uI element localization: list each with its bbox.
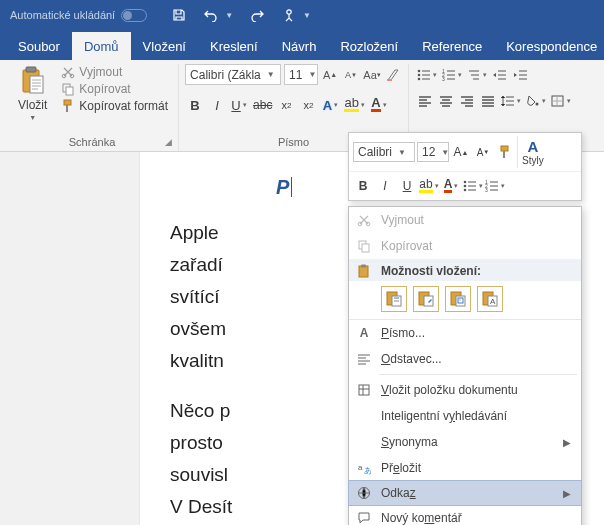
align-right-button[interactable] xyxy=(457,90,477,112)
tab-mailings[interactable]: Korespondence xyxy=(494,32,604,60)
svg-point-9 xyxy=(418,70,421,73)
touch-dropdown-icon[interactable]: ▼ xyxy=(303,11,311,20)
ctx-paragraph[interactable]: Odstavec... xyxy=(349,346,581,372)
tab-references[interactable]: Reference xyxy=(410,32,494,60)
align-left-button[interactable] xyxy=(415,90,435,112)
clipboard-icon xyxy=(356,263,372,279)
mini-numbering-button[interactable]: 123▾ xyxy=(485,175,505,197)
undo-dropdown-icon[interactable]: ▼ xyxy=(225,11,233,20)
copy-button[interactable]: Kopírovat xyxy=(57,81,172,97)
svg-rect-17 xyxy=(501,146,508,151)
mini-font-name-combo[interactable]: Calibri▼ xyxy=(353,142,415,162)
mini-underline-button[interactable]: U xyxy=(397,175,417,197)
grow-font-button[interactable]: A▲ xyxy=(321,64,339,85)
mini-font-size-combo[interactable]: 12▼ xyxy=(417,142,449,162)
mini-highlight-button[interactable]: ab▾ xyxy=(419,175,439,197)
paste-keep-source-button[interactable] xyxy=(381,286,407,312)
mini-styles-button[interactable]: A Styly xyxy=(517,136,548,168)
ctx-synonyms-label: Synonyma xyxy=(381,435,438,449)
multilevel-list-button[interactable]: ▾ xyxy=(465,64,489,86)
borders-button[interactable]: ▾ xyxy=(549,90,573,112)
undo-icon[interactable] xyxy=(203,7,219,23)
mini-font-color-button[interactable]: A▾ xyxy=(441,175,461,197)
strikethrough-button[interactable]: abc xyxy=(251,94,274,116)
change-case-button[interactable]: Aa▾ xyxy=(363,64,381,85)
ctx-smart-lookup-label: Inteligentní vyhledávání xyxy=(381,409,507,423)
decrease-indent-button[interactable] xyxy=(490,64,510,86)
shading-button[interactable]: ▾ xyxy=(524,90,548,112)
ctx-link[interactable]: Odkaz ▶ xyxy=(348,480,582,506)
ctx-font[interactable]: A Písmo... xyxy=(349,320,581,346)
ctx-new-comment[interactable]: Nový komentář xyxy=(349,505,581,525)
tab-layout[interactable]: Rozložení xyxy=(328,32,410,60)
italic-button[interactable]: I xyxy=(207,94,227,116)
redo-icon[interactable] xyxy=(249,7,265,23)
paste-dropdown-icon[interactable]: ▼ xyxy=(29,114,36,121)
synonyms-icon xyxy=(356,434,372,450)
mini-italic-button[interactable]: I xyxy=(375,175,395,197)
ctx-link-label: Odkaz xyxy=(381,486,416,500)
mini-shrink-font-button[interactable]: A▼ xyxy=(473,141,493,163)
autosave-toggle[interactable] xyxy=(121,9,147,22)
paste-text-only-button[interactable]: A xyxy=(477,286,503,312)
svg-text:a: a xyxy=(358,463,363,472)
ctx-cut[interactable]: Vyjmout xyxy=(349,207,581,233)
mini-grow-font-button[interactable]: A▲ xyxy=(451,141,471,163)
ctx-paragraph-label: Odstavec... xyxy=(381,352,442,366)
tab-file[interactable]: Soubor xyxy=(6,32,72,60)
highlight-button[interactable]: ab▾ xyxy=(342,94,366,116)
tab-insert[interactable]: Vložení xyxy=(131,32,198,60)
superscript-button[interactable]: x2 xyxy=(298,94,318,116)
copy-icon xyxy=(356,238,372,254)
font-color-button[interactable]: A▾ xyxy=(369,94,389,116)
subscript-button[interactable]: x2 xyxy=(276,94,296,116)
ctx-synonyms[interactable]: Synonyma ▶ xyxy=(349,429,581,455)
numbering-button[interactable]: 123▾ xyxy=(440,64,464,86)
paste-picture-button[interactable] xyxy=(445,286,471,312)
clear-formatting-button[interactable] xyxy=(384,64,402,85)
svg-rect-33 xyxy=(424,296,433,306)
ctx-paste-options: Možnosti vložení: xyxy=(349,259,581,281)
mini-bullets-button[interactable]: ▾ xyxy=(463,175,483,197)
svg-text:A: A xyxy=(490,297,496,306)
svg-rect-7 xyxy=(66,87,73,95)
bullets-button[interactable]: ▾ xyxy=(415,64,439,86)
chevron-down-icon: ▼ xyxy=(308,70,316,79)
svg-rect-3 xyxy=(30,76,43,93)
mini-bold-button[interactable]: B xyxy=(353,175,373,197)
svg-rect-2 xyxy=(26,67,36,72)
underline-button[interactable]: U▾ xyxy=(229,94,249,116)
bold-button[interactable]: B xyxy=(185,94,205,116)
cut-button[interactable]: Vyjmout xyxy=(57,64,172,80)
format-painter-label: Kopírovat formát xyxy=(79,99,168,113)
paste-merge-button[interactable] xyxy=(413,286,439,312)
clipboard-launcher-icon[interactable]: ◢ xyxy=(165,137,172,147)
tab-draw[interactable]: Kreslení xyxy=(198,32,270,60)
paste-button[interactable]: Vložit ▼ xyxy=(12,64,53,123)
submenu-arrow-icon: ▶ xyxy=(563,437,571,448)
font-name-combo[interactable]: Calibri (Zákla ▼ xyxy=(185,64,281,85)
ctx-smart-lookup[interactable]: Inteligentní vyhledávání xyxy=(349,403,581,429)
cut-label: Vyjmout xyxy=(79,65,122,79)
autosave-control[interactable]: Automatické ukládání xyxy=(10,9,147,22)
tab-design[interactable]: Návrh xyxy=(270,32,329,60)
format-painter-button[interactable]: Kopírovat formát xyxy=(57,98,172,114)
align-center-button[interactable] xyxy=(436,90,456,112)
increase-indent-button[interactable] xyxy=(511,64,531,86)
ctx-insert-doc-item[interactable]: Vložit položku dokumentu xyxy=(349,377,581,403)
text-effects-button[interactable]: A▾ xyxy=(320,94,340,116)
left-gutter xyxy=(0,152,140,525)
paragraph-icon xyxy=(356,351,372,367)
ctx-copy[interactable]: Kopírovat xyxy=(349,233,581,259)
shrink-font-button[interactable]: A▼ xyxy=(342,64,360,85)
ctx-translate[interactable]: aあ Přeložit xyxy=(349,455,581,481)
tab-home[interactable]: Domů xyxy=(72,32,131,60)
touch-mode-icon[interactable] xyxy=(281,7,297,23)
svg-point-37 xyxy=(459,299,461,301)
font-size-combo[interactable]: 11 ▼ xyxy=(284,64,318,85)
mini-format-painter-button[interactable] xyxy=(495,141,515,163)
title-bar: Automatické ukládání ▼ ▼ xyxy=(0,0,604,30)
justify-button[interactable] xyxy=(478,90,498,112)
save-icon[interactable] xyxy=(171,7,187,23)
line-spacing-button[interactable]: ▾ xyxy=(499,90,523,112)
